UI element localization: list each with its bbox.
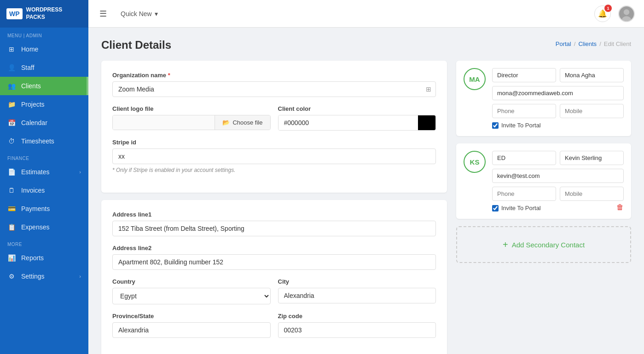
logo-file-group: Client logo file 📂 Choose file: [112, 105, 271, 131]
city-group: City: [278, 278, 436, 304]
country-city-row: Country Egypt City: [112, 278, 436, 313]
contact-1-phone-input[interactable]: [492, 104, 556, 118]
province-label: Province/State: [112, 313, 271, 320]
sidebar-item-label: Timesheets: [21, 137, 54, 145]
city-input[interactable]: [278, 288, 436, 303]
add-secondary-contact-button[interactable]: + Add Secondary Contact: [456, 226, 631, 263]
sidebar-item-expenses[interactable]: 📋 Expenses: [0, 218, 88, 236]
sidebar-item-label: Payments: [21, 205, 50, 212]
content-grid: Organization name * ⊞ Client logo file: [101, 61, 631, 354]
sidebar: WP WORDPRESSPACKS MENU | ADMIN ⊞ Home 👤 …: [0, 0, 88, 354]
sidebar-item-label: Clients: [21, 82, 41, 90]
breadcrumb-current: Edit Client: [604, 40, 631, 47]
svg-point-1: [624, 9, 629, 15]
payments-icon: 💳: [7, 205, 16, 213]
expenses-icon: 📋: [7, 223, 16, 231]
sidebar-item-staff[interactable]: 👤 Staff: [0, 58, 88, 77]
contact-2-phone-mobile-row: [492, 187, 624, 201]
contact-2-name-input[interactable]: [560, 151, 624, 165]
contact-1-mobile-input[interactable]: [560, 104, 624, 118]
breadcrumb-clients-link[interactable]: Clients: [578, 40, 597, 47]
settings-icon: ⚙: [7, 272, 16, 280]
contact-1-name-input[interactable]: [560, 68, 624, 82]
stripe-label: Stripe id: [112, 139, 436, 146]
org-name-group: Organization name * ⊞: [112, 72, 436, 97]
org-name-input[interactable]: [112, 81, 436, 97]
breadcrumb-sep1: /: [574, 40, 576, 47]
sidebar-item-invoices[interactable]: 🗒 Invoices: [0, 181, 88, 200]
org-name-label: Organization name *: [112, 72, 436, 79]
sidebar-item-payments[interactable]: 💳 Payments: [0, 200, 88, 218]
user-avatar[interactable]: [618, 6, 635, 22]
contact-2-phone-input[interactable]: [492, 187, 556, 201]
hamburger-button[interactable]: ☰: [98, 7, 109, 21]
city-label: City: [278, 278, 436, 285]
address1-label: Address line1: [112, 211, 436, 218]
contact-2-invite-checkbox[interactable]: [492, 205, 499, 211]
sidebar-item-label: Calendar: [21, 119, 47, 126]
stripe-input[interactable]: [112, 148, 436, 164]
color-input-wrapper: [278, 115, 436, 131]
sidebar-logo: WP WORDPRESSPACKS: [0, 0, 88, 28]
sidebar-item-label: Home: [21, 46, 38, 53]
zip-input[interactable]: [278, 322, 436, 338]
contact-2-mobile-input[interactable]: [560, 187, 624, 201]
contact-1-email-input[interactable]: [492, 86, 624, 100]
sidebar-item-estimates[interactable]: 📄 Estimates ›: [0, 163, 88, 181]
color-swatch[interactable]: [418, 115, 435, 130]
quick-new-button[interactable]: Quick New ▾: [116, 7, 162, 20]
sidebar-item-home[interactable]: ⊞ Home: [0, 40, 88, 58]
zip-group: Zip code: [278, 313, 436, 338]
sidebar-item-reports[interactable]: 📊 Reports: [0, 249, 88, 267]
contact-1-invite-checkbox[interactable]: [492, 122, 499, 129]
address2-group: Address line2: [112, 245, 436, 270]
add-contact-plus-icon: +: [503, 240, 508, 249]
home-icon: ⊞: [7, 45, 16, 53]
contact-2-email-input[interactable]: [492, 169, 624, 183]
stripe-note: * Only if Stripe is enabled in your acco…: [112, 167, 436, 173]
menu-section-label: MENU | ADMIN: [0, 28, 88, 40]
choose-file-label: Choose file: [232, 119, 262, 126]
sidebar-item-label: Expenses: [21, 223, 49, 231]
province-zip-row: Province/State Zip code: [112, 313, 436, 346]
notifications-bell-button[interactable]: 🔔 1: [594, 6, 611, 22]
address-card: Address line1 Address line2 Country Egyp…: [101, 200, 447, 354]
sidebar-item-projects[interactable]: 📁 Projects: [0, 95, 88, 114]
sidebar-item-label: Projects: [21, 101, 45, 108]
clients-icon: 👥: [7, 82, 16, 90]
sidebar-item-calendar[interactable]: 📅 Calendar: [0, 114, 88, 132]
logo-text: WORDPRESSPACKS: [26, 6, 63, 21]
country-select[interactable]: Egypt: [112, 288, 271, 304]
contact-2-role-input[interactable]: [492, 151, 556, 165]
contact-1-role-name-row: [492, 68, 624, 82]
contact-1-fields: Invite To Portal: [492, 68, 624, 129]
address2-input[interactable]: [112, 254, 436, 270]
logo-color-row: Client logo file 📂 Choose file Client co…: [112, 105, 436, 139]
breadcrumb-portal-link[interactable]: Portal: [556, 40, 571, 47]
country-group: Country Egypt: [112, 278, 271, 304]
main-area: ☰ Quick New ▾ 🔔 1 Client Details Portal …: [88, 0, 644, 354]
notifications-badge: 1: [604, 5, 612, 12]
address1-group: Address line1: [112, 211, 436, 236]
sidebar-item-label: Invoices: [21, 187, 45, 194]
contact-card-1: MA Invite T: [456, 61, 631, 136]
sidebar-item-settings[interactable]: ⚙ Settings ›: [0, 267, 88, 285]
sidebar-item-label: Settings: [21, 273, 45, 280]
color-value-input[interactable]: [278, 115, 418, 130]
contact-2-delete-button[interactable]: 🗑: [615, 202, 625, 212]
projects-icon: 📁: [7, 100, 16, 108]
stripe-group: Stripe id * Only if Stripe is enabled in…: [112, 139, 436, 173]
form-panel: Organization name * ⊞ Client logo file: [101, 61, 447, 354]
sidebar-item-clients[interactable]: 👥 Clients: [0, 77, 88, 95]
choose-file-button[interactable]: 📂 Choose file: [215, 115, 270, 130]
contact-2-avatar: KS: [464, 151, 486, 173]
sidebar-item-timesheets[interactable]: ⏱ Timesheets: [0, 132, 88, 150]
province-input[interactable]: [112, 322, 271, 338]
contact-1-phone-mobile-row: [492, 104, 624, 118]
contact-1-role-input[interactable]: [492, 68, 556, 82]
breadcrumb: Portal / Clients / Edit Client: [556, 40, 631, 47]
client-details-card: Organization name * ⊞ Client logo file: [101, 61, 447, 193]
address1-input[interactable]: [112, 221, 436, 236]
sidebar-item-label: Staff: [21, 64, 35, 71]
file-input-wrapper: 📂 Choose file: [112, 115, 271, 130]
